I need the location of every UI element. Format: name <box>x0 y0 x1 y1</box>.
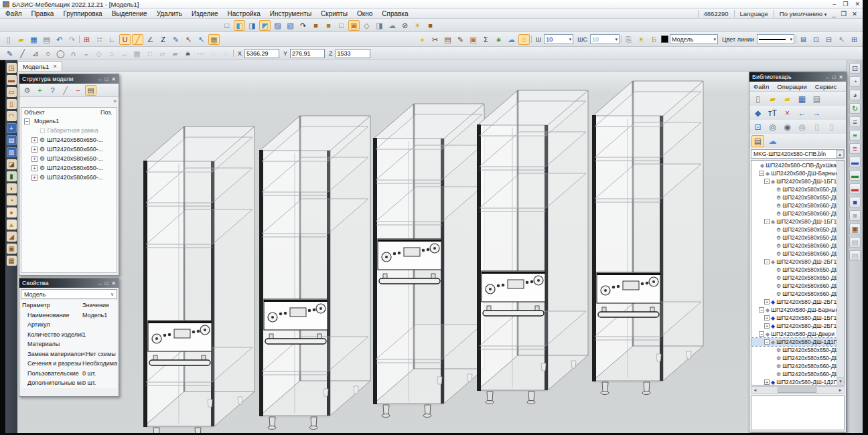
overflow-chevron-icon[interactable]: » <box>113 98 117 104</box>
menu-item[interactable]: Окно <box>357 10 372 17</box>
cone-icon[interactable]: ▲ <box>7 220 17 230</box>
catalog-2-icon[interactable]: ▤ <box>849 250 861 261</box>
menu-item[interactable]: Группировка <box>63 10 102 17</box>
library-tree-row[interactable]: ⚙ ШП2420х580х660-ДШ <box>751 370 837 378</box>
belt-add-icon[interactable]: ≡ <box>849 116 861 127</box>
expander-icon[interactable]: − <box>764 219 770 224</box>
tab-model1[interactable]: Модель1 × <box>17 61 62 71</box>
layer-color-swatch[interactable] <box>661 35 668 43</box>
expander-icon[interactable]: − <box>764 339 770 345</box>
expander-icon[interactable]: + <box>764 379 770 385</box>
remove-operation-icon[interactable]: − <box>72 85 84 96</box>
zoom-window-icon[interactable]: ⊡ <box>810 34 822 45</box>
open-library-icon[interactable]: ▰ <box>766 93 779 105</box>
mode-icon[interactable]: ☺ <box>518 34 530 45</box>
property-row[interactable]: Количество изделий 1 <box>21 330 117 340</box>
catalog-1-icon[interactable]: ▤ <box>849 237 861 248</box>
panel-minimize-button[interactable]: – <box>98 280 101 286</box>
scrollbar-thumb[interactable] <box>778 387 816 393</box>
properties-scope-select[interactable]: Модель ∨ <box>21 289 117 299</box>
measure-icon[interactable]: ↖ <box>836 34 847 45</box>
view-wire-xz-icon[interactable]: ◨ <box>246 20 258 31</box>
zoom-out-icon[interactable]: ⊟ <box>823 34 835 45</box>
panel-restore-button[interactable]: □ <box>104 76 108 82</box>
menu-item[interactable]: Справка <box>382 10 408 17</box>
property-row[interactable]: Материалы <box>21 339 117 349</box>
pencil-icon[interactable]: ✎ <box>170 34 182 45</box>
print-icon[interactable]: ▤ <box>41 34 52 45</box>
unpack-icon[interactable]: ◎ <box>796 121 808 133</box>
property-row[interactable]: Наименование Модель1 <box>21 311 117 321</box>
mdi-close-button[interactable]: ✕ <box>852 10 857 17</box>
rotate-view-icon[interactable]: ↷ <box>297 20 309 31</box>
materials-book-icon[interactable]: ▤ <box>442 34 453 45</box>
add-library-icon[interactable]: ▰ <box>781 93 794 105</box>
step-icon[interactable]: ◕ <box>849 90 861 100</box>
render-textured-icon[interactable]: ▣ <box>348 20 360 31</box>
edge-icon[interactable]: ╱ <box>60 85 71 96</box>
menu-item[interactable]: Инструменты <box>270 10 311 17</box>
cursor-blue-icon[interactable]: ↖ <box>196 34 207 45</box>
circle2-icon[interactable]: ◯ <box>55 48 66 59</box>
add-operation-icon[interactable]: + <box>34 85 46 96</box>
find-icon[interactable]: ◎ <box>766 121 779 133</box>
library-tree-row[interactable]: ⚙ ШП2420х580х660-ДШ <box>751 242 837 250</box>
tree-row[interactable]: ▢ Габаритная рамка <box>21 126 117 135</box>
expander-icon[interactable]: + <box>764 315 770 321</box>
belt-delete-icon[interactable]: ≡ <box>849 143 861 154</box>
tree-row[interactable]: + ⚙ ШП2420х580х660-... <box>21 173 117 182</box>
expander-icon[interactable]: − <box>24 118 30 124</box>
parallel-icon[interactable]: ⊿ <box>29 48 41 59</box>
library-tree-row[interactable]: ⚙ ШП2420х580х650-ДШ <box>751 193 837 201</box>
panel-minimize-button[interactable]: – <box>98 76 101 82</box>
sphere-icon[interactable]: ● <box>7 207 17 217</box>
texture-icon[interactable]: ∗ <box>493 34 504 45</box>
property-row[interactable]: Сечения и разрезы Необходима <box>21 359 117 369</box>
print-library-icon[interactable]: ▤ <box>810 93 823 105</box>
x-coordinate-field[interactable] <box>244 49 279 58</box>
box-icon[interactable]: ▣ <box>849 224 861 234</box>
view-wire-free-icon[interactable]: ▧ <box>285 20 296 31</box>
fill-color-icon[interactable]: ● <box>417 34 428 45</box>
save-library-icon[interactable]: ▦ <box>796 93 808 105</box>
extrude-icon[interactable]: ⌂ <box>106 48 117 59</box>
circle-icon[interactable]: ○ <box>42 48 54 59</box>
expander-icon[interactable]: + <box>31 137 38 143</box>
library-tree-row[interactable]: + ◆ ШП2420х580-ДШ-2БГ1П <box>751 298 837 306</box>
update-model-icon[interactable]: ↻ <box>849 103 861 114</box>
z-coordinate-field[interactable] <box>336 49 370 58</box>
fit-all-icon[interactable]: ⊠ <box>798 34 809 45</box>
doc-gray-2-icon[interactable]: ▯ <box>825 121 838 133</box>
cursor-red-icon[interactable]: ↖ <box>183 34 194 45</box>
panel-restore-button[interactable]: □ <box>104 280 108 286</box>
tree-row[interactable]: + ⚙ ШП2420х580х660-... <box>21 145 117 154</box>
library-tree-row[interactable]: − ◆ ШП2420х580-ДШ-Барные <box>751 169 837 177</box>
cabinet-model-1[interactable] <box>143 126 255 433</box>
model-structure-icon[interactable]: ⊞ <box>81 34 92 45</box>
prism-icon[interactable]: ◇ <box>93 48 104 59</box>
sum-icon[interactable]: Σ <box>480 34 492 45</box>
magnet-icon[interactable]: U <box>119 34 131 45</box>
dim-grid-icon[interactable]: ▦ <box>131 48 143 59</box>
expander-icon[interactable]: − <box>764 259 770 264</box>
back-icon[interactable]: ← <box>796 107 808 119</box>
panel-title-bar[interactable]: Структура модели – □ ✕ <box>19 74 119 84</box>
render-solid-edges-icon[interactable]: ■ <box>323 20 334 31</box>
panel-title-bar[interactable]: Свойства – □ ✕ <box>19 278 119 288</box>
library-tree-row[interactable]: ⚙ ШП2420х580х660-ДШ <box>751 209 837 217</box>
library-tree-row[interactable]: ⚙ ШП2420х580х650-ДШ <box>751 346 837 354</box>
z-order-icon[interactable]: Z <box>157 34 169 45</box>
axis-icon[interactable]: ∗ <box>182 48 194 59</box>
view-wire-iso-icon[interactable]: ◧ <box>234 20 245 31</box>
doc-gray-1-icon[interactable]: ▯ <box>810 121 823 133</box>
scroll-right-icon[interactable]: ▸ <box>837 387 844 393</box>
dim-linear-icon[interactable]: ↔ <box>119 48 130 59</box>
language-menu[interactable]: Language <box>740 10 768 17</box>
library-tree-row[interactable]: ⚙ ШП2420х580х660-ДШ <box>751 362 837 370</box>
minimize-button[interactable]: – <box>833 1 836 7</box>
screen-icon[interactable]: ⊡ <box>849 63 861 74</box>
layer-combobox[interactable]: Модель▾ <box>670 34 718 44</box>
link2-icon[interactable]: ◌ <box>220 48 232 59</box>
menu-item[interactable]: Файл <box>5 10 22 17</box>
no-materials-icon[interactable]: ⊘ <box>399 20 411 31</box>
